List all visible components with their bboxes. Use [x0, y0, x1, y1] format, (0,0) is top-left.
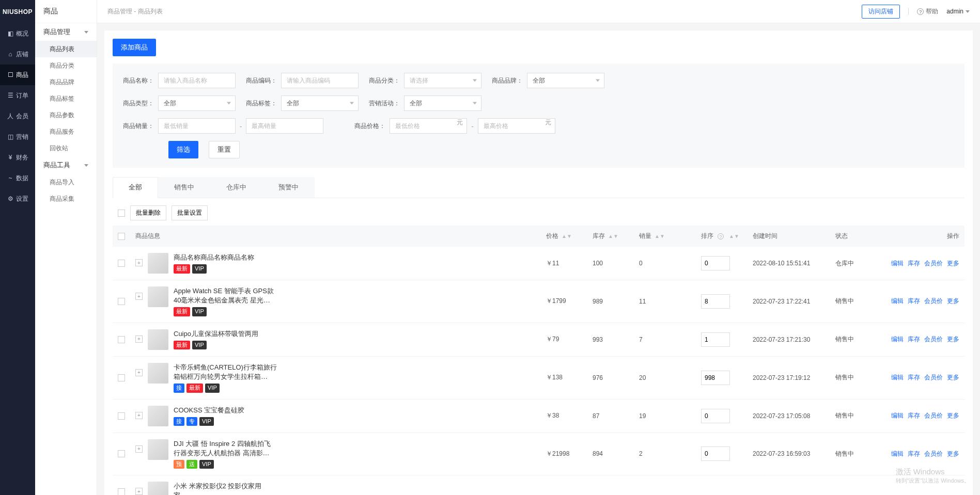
reset-button[interactable]: 重置: [209, 141, 240, 158]
action-stock[interactable]: 库存: [908, 411, 920, 420]
primary-nav-item[interactable]: 人会员: [0, 106, 35, 126]
action-more[interactable]: 更多: [947, 411, 959, 420]
col-stock[interactable]: 库存: [593, 232, 605, 241]
col-sales[interactable]: 销量: [639, 232, 651, 241]
filter-category-select[interactable]: 请选择: [404, 73, 481, 88]
nav-sub-link[interactable]: 商品参数: [35, 107, 97, 123]
filter-price-min-input[interactable]: [390, 118, 467, 134]
nav-sub-link[interactable]: 商品分类: [35, 57, 97, 74]
status-tab[interactable]: 销售中: [158, 177, 210, 198]
expand-button[interactable]: +: [135, 445, 143, 453]
select-all-checkbox-top[interactable]: [118, 210, 125, 217]
filter-price-max-input[interactable]: [478, 118, 555, 134]
filter-sales-min-input[interactable]: [158, 118, 236, 134]
product-title[interactable]: 卡帝乐鳄鱼(CARTELO)行李箱旅行箱铝框万向轮男女学生拉杆箱…: [174, 363, 277, 381]
primary-nav-item[interactable]: ⌂店铺: [0, 44, 35, 65]
action-vip-price[interactable]: 会员价: [924, 411, 943, 420]
action-stock[interactable]: 库存: [908, 297, 920, 306]
nav-sub-link[interactable]: 商品标签: [35, 90, 97, 107]
filter-brand-select[interactable]: 全部: [527, 73, 604, 88]
row-checkbox[interactable]: [118, 374, 125, 381]
action-edit[interactable]: 编辑: [891, 450, 904, 458]
action-more[interactable]: 更多: [947, 373, 959, 382]
help-link[interactable]: ? 帮助: [917, 7, 938, 16]
action-vip-price[interactable]: 会员价: [924, 335, 943, 344]
action-vip-price[interactable]: 会员价: [924, 259, 943, 268]
sort-input[interactable]: [701, 294, 730, 309]
status-tab[interactable]: 全部: [113, 177, 158, 198]
sort-icon[interactable]: ▲▼: [655, 235, 665, 237]
row-checkbox[interactable]: [118, 412, 125, 420]
action-edit[interactable]: 编辑: [891, 259, 904, 268]
expand-button[interactable]: +: [135, 488, 143, 495]
nav-group-title[interactable]: 商品工具: [35, 156, 97, 174]
sort-input[interactable]: [701, 332, 730, 347]
batch-setting-button[interactable]: 批量设置: [172, 205, 208, 220]
primary-nav-item[interactable]: ☰订单: [0, 85, 35, 106]
product-title[interactable]: DJI 大疆 悟 Inspire 2 四轴航拍飞行器变形无人机航拍器 高清影…: [174, 439, 277, 458]
primary-nav-item[interactable]: ◧概况: [0, 23, 35, 44]
filter-tag-select[interactable]: 全部: [281, 95, 359, 111]
primary-nav-item[interactable]: ~数据: [0, 168, 35, 188]
product-title[interactable]: Cuipo儿童保温杯带吸管两用: [174, 329, 258, 339]
col-sort[interactable]: 排序: [701, 232, 713, 241]
nav-sub-link[interactable]: 回收站: [35, 140, 97, 156]
expand-button[interactable]: +: [135, 369, 143, 376]
filter-button[interactable]: 筛选: [168, 141, 198, 158]
expand-button[interactable]: +: [135, 259, 143, 266]
nav-group-title[interactable]: 商品管理: [35, 23, 97, 41]
filter-sales-max-input[interactable]: [246, 118, 323, 134]
action-more[interactable]: 更多: [947, 297, 959, 306]
row-checkbox[interactable]: [118, 336, 125, 343]
primary-nav-item[interactable]: ⚙设置: [0, 188, 35, 209]
nav-sub-link[interactable]: 商品采集: [35, 190, 97, 207]
status-tab[interactable]: 预警中: [262, 177, 315, 198]
sort-icon[interactable]: ▲▼: [562, 235, 572, 237]
action-edit[interactable]: 编辑: [891, 373, 904, 382]
expand-button[interactable]: +: [135, 293, 143, 300]
action-more[interactable]: 更多: [947, 259, 959, 268]
filter-code-input[interactable]: [281, 73, 359, 88]
primary-nav-item[interactable]: ☐商品: [0, 65, 35, 85]
action-edit[interactable]: 编辑: [891, 411, 904, 420]
action-stock[interactable]: 库存: [908, 259, 920, 268]
sort-input[interactable]: [701, 256, 730, 270]
product-title[interactable]: Apple Watch SE 智能手表 GPS款 40毫米米金色铝金属表壳 星光…: [174, 286, 277, 305]
batch-delete-button[interactable]: 批量删除: [130, 205, 166, 220]
sort-icon[interactable]: ▲▼: [608, 235, 618, 237]
row-checkbox[interactable]: [118, 450, 125, 457]
action-edit[interactable]: 编辑: [891, 297, 904, 306]
action-vip-price[interactable]: 会员价: [924, 297, 943, 306]
sort-input[interactable]: [701, 409, 730, 423]
select-all-checkbox[interactable]: [118, 233, 125, 240]
expand-button[interactable]: +: [135, 336, 143, 343]
help-icon[interactable]: ?: [718, 233, 724, 239]
row-checkbox[interactable]: [118, 298, 125, 305]
nav-sub-link[interactable]: 商品品牌: [35, 74, 97, 90]
col-price[interactable]: 价格: [546, 232, 558, 241]
primary-nav-item[interactable]: ◫营销: [0, 126, 35, 147]
add-product-button[interactable]: 添加商品: [113, 39, 156, 56]
expand-button[interactable]: +: [135, 412, 143, 419]
action-edit[interactable]: 编辑: [891, 335, 904, 344]
product-title[interactable]: COOKSS 宝宝餐盘硅胶: [174, 406, 244, 415]
filter-promo-select[interactable]: 全部: [404, 95, 481, 111]
primary-nav-item[interactable]: ¥财务: [0, 147, 35, 168]
visit-shop-button[interactable]: 访问店铺: [862, 5, 900, 19]
row-checkbox[interactable]: [118, 488, 125, 495]
row-checkbox[interactable]: [118, 260, 125, 267]
nav-sub-link[interactable]: 商品列表: [35, 41, 97, 57]
status-tab[interactable]: 仓库中: [210, 177, 262, 198]
action-more[interactable]: 更多: [947, 450, 959, 458]
nav-sub-link[interactable]: 商品服务: [35, 123, 97, 140]
action-vip-price[interactable]: 会员价: [924, 450, 943, 458]
filter-type-select[interactable]: 全部: [158, 95, 236, 111]
action-stock[interactable]: 库存: [908, 335, 920, 344]
product-title[interactable]: 小米 米家投影仪2 投影仪家用 家…: [174, 482, 277, 495]
action-stock[interactable]: 库存: [908, 373, 920, 382]
filter-name-input[interactable]: [158, 73, 236, 88]
admin-menu[interactable]: admin: [946, 8, 970, 15]
nav-sub-link[interactable]: 商品导入: [35, 174, 97, 190]
action-more[interactable]: 更多: [947, 335, 959, 344]
product-title[interactable]: 商品名称商品名称商品名称: [174, 253, 254, 262]
